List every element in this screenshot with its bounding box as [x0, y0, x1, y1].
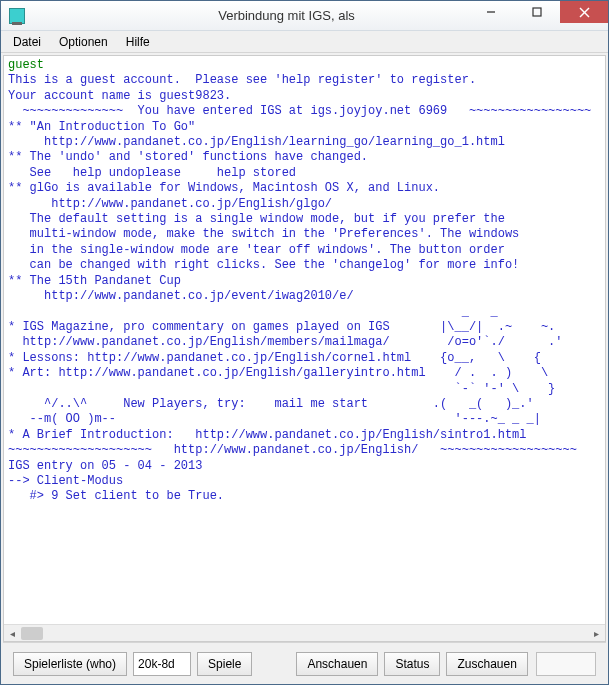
terminal-line: ** "An Introduction To Go": [8, 120, 195, 134]
window-controls: [468, 1, 608, 23]
terminal-line: Your account name is guest9823.: [8, 89, 231, 103]
terminal-line: The default setting is a single window m…: [8, 212, 505, 226]
titlebar: Verbindung mit IGS, als: [1, 1, 608, 31]
scroll-right-icon[interactable]: ▸: [588, 625, 605, 642]
terminal-line: --m( OO )m-- '---.~_ _ _|: [8, 412, 541, 426]
bottom-toolbar: Spielerliste (who) 20k-8d Spiele Anschau…: [3, 642, 606, 684]
close-button[interactable]: [560, 1, 608, 23]
menu-options[interactable]: Optionen: [51, 33, 116, 51]
terminal-line: `-` '-' \ }: [8, 382, 555, 396]
terminal-line: multi-window mode, make the switch in th…: [8, 227, 519, 241]
terminal-line: ^/..\^ New Players, try: mail me start .…: [8, 397, 534, 411]
terminal-line: * IGS Magazine, pro commentary on games …: [8, 320, 555, 334]
terminal-line: http://www.pandanet.co.jp/English/glgo/: [8, 197, 332, 211]
terminal-panel: guest This is a guest account. Please se…: [3, 55, 606, 642]
horizontal-scrollbar[interactable]: ◂ ▸: [4, 624, 605, 641]
terminal-line: _ _: [8, 305, 498, 319]
rank-field[interactable]: 20k-8d: [133, 652, 191, 676]
terminal-line: ~~~~~~~~~~~~~~~~~~~~ http://www.pandanet…: [8, 443, 577, 457]
minimize-button[interactable]: [468, 1, 514, 23]
terminal-line: ~~~~~~~~~~~~~~ You have entered IGS at i…: [8, 104, 591, 118]
terminal-line: http://www.pandanet.co.jp/English/learni…: [8, 135, 505, 149]
terminal-line: * A Brief Introduction: http://www.panda…: [8, 428, 526, 442]
terminal-line: ** glGo is available for Windows, Macint…: [8, 181, 440, 195]
terminal-line: http://www.pandanet.co.jp/event/iwag2010…: [8, 289, 354, 303]
menu-file[interactable]: Datei: [5, 33, 49, 51]
terminal-user: guest: [8, 58, 44, 72]
terminal-output: guest This is a guest account. Please se…: [4, 56, 605, 624]
scroll-track[interactable]: [21, 625, 588, 642]
terminal-line: ** The 15th Pandanet Cup: [8, 274, 181, 288]
terminal-line: can be changed with right clicks. See th…: [8, 258, 519, 272]
playerlist-button[interactable]: Spielerliste (who): [13, 652, 127, 676]
terminal-line: in the single-window mode are 'tear off …: [8, 243, 505, 257]
watch-button[interactable]: Zuschauen: [446, 652, 527, 676]
terminal-line: This is a guest account. Please see 'hel…: [8, 73, 476, 87]
terminal-line: ** The 'undo' and 'stored' functions hav…: [8, 150, 368, 164]
maximize-button[interactable]: [514, 1, 560, 23]
svg-rect-1: [533, 8, 541, 16]
observe-button[interactable]: Anschauen: [296, 652, 378, 676]
terminal-line: See help undoplease help stored: [8, 166, 296, 180]
games-button[interactable]: Spiele: [197, 652, 252, 676]
status-button[interactable]: Status: [384, 652, 440, 676]
menu-help[interactable]: Hilfe: [118, 33, 158, 51]
menubar: Datei Optionen Hilfe: [1, 31, 608, 53]
terminal-line: IGS entry on 05 - 04 - 2013: [8, 459, 202, 473]
command-input[interactable]: [536, 652, 596, 676]
scroll-left-icon[interactable]: ◂: [4, 625, 21, 642]
terminal-line: --> Client-Modus: [8, 474, 123, 488]
app-icon: [9, 8, 25, 24]
terminal-line: * Art: http://www.pandanet.co.jp/English…: [8, 366, 548, 380]
terminal-line: * Lessons: http://www.pandanet.co.jp/Eng…: [8, 351, 541, 365]
terminal-line: #> 9 Set client to be True.: [8, 489, 224, 503]
terminal-line: http://www.pandanet.co.jp/English/member…: [8, 335, 563, 349]
scroll-thumb[interactable]: [21, 627, 43, 640]
content-area: guest This is a guest account. Please se…: [1, 53, 608, 684]
